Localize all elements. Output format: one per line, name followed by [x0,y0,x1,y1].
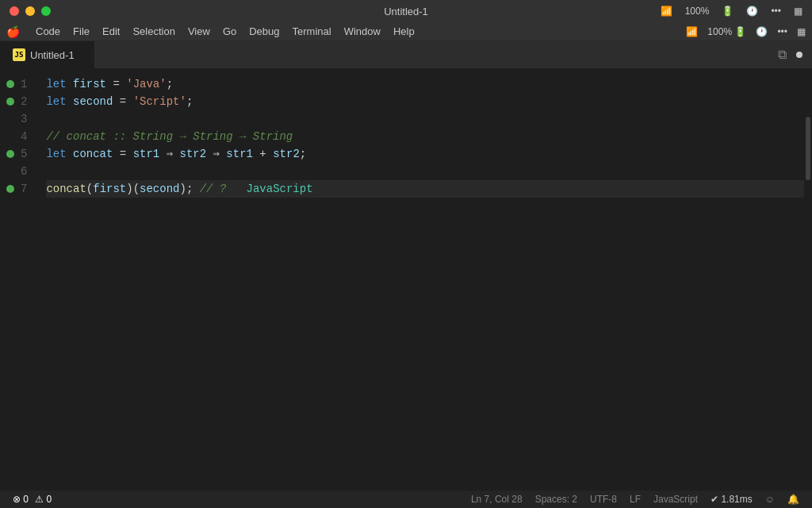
wifi-icon: 📶 [661,6,672,17]
string-java: 'Java' [126,75,166,93]
traffic-lights [10,6,51,16]
line-num-6: 6 [0,163,40,180]
var-first: first [73,75,106,93]
line-num-7: 7 [0,180,40,198]
smiley-icon[interactable]: ☺ [765,494,775,505]
param-str1: str1 [133,145,160,163]
unsaved-dot [796,52,802,58]
tab-bar: JS Untitled-1 ⧉ [0,41,812,69]
tab-label: Untitled-1 [30,49,75,61]
menu-help[interactable]: Help [387,25,421,37]
menu-file[interactable]: File [67,25,96,37]
warning-count[interactable]: ⚠ 0 [35,494,52,505]
code-line-6 [46,163,804,180]
title-bar-right: 📶 100% 🔋 🕐 ••• ▦ [661,6,802,17]
status-left: ⊗ 0 ⚠ 0 [13,494,52,505]
time-menu-icon: 🕐 [756,26,768,37]
line-num-3: 3 [0,110,40,128]
spaces-setting[interactable]: Spaces: 2 [535,494,577,505]
tab-actions: ⧉ [778,41,812,68]
grid-menu-icon: ▦ [797,26,806,37]
menu-code[interactable]: Code [29,25,67,37]
language-mode[interactable]: JavaScript [653,494,698,505]
title-bar: Untitled-1 📶 100% 🔋 🕐 ••• ▦ [0,0,812,22]
comment-type: // concat :: String → String → String [46,128,293,145]
keyword-let-2: let [46,93,73,110]
var-concat: concat [73,145,113,163]
breakpoint-1 [6,80,14,88]
body-str2: str2 [273,145,300,163]
tab-untitled1[interactable]: JS Untitled-1 [0,41,95,68]
string-script: 'Script' [133,93,186,110]
dots-menu: ••• [777,26,787,37]
code-line-5: let concat = str1 ⇒ str2 ⇒ str1 + str2; [46,145,804,163]
breakpoint-5 [6,150,14,158]
menu-go[interactable]: Go [216,25,243,37]
menu-window[interactable]: Window [338,25,387,37]
encoding[interactable]: UTF-8 [590,494,617,505]
menu-edit[interactable]: Edit [96,25,126,37]
scrollbar-thumb[interactable] [806,117,810,180]
keyword-let-3: let [46,145,73,163]
menu-selection[interactable]: Selection [126,25,181,37]
result-javascript: JavaScript [233,180,313,198]
code-line-3 [46,110,804,128]
body-str1: str1 [226,145,253,163]
battery-status: 100% [685,6,710,17]
battery-icon: 🔋 [722,6,733,17]
line-num-4: 4 [0,128,40,145]
line-num-5: 5 [0,145,40,163]
keyword-let-1: let [46,75,73,93]
more-icon: ••• [771,6,781,17]
maximize-button[interactable] [41,6,51,16]
grid-icon: ▦ [794,6,802,17]
code-line-4: // concat :: String → String → String [46,128,804,145]
menu-bar-right: 📶 100% 🔋 🕐 ••• ▦ [686,26,806,37]
wifi-menu-icon: 📶 [686,26,698,37]
fn-concat: concat [46,180,86,198]
menu-view[interactable]: View [182,25,216,37]
menu-debug[interactable]: Debug [243,25,285,37]
code-line-7: concat(first)(second); // ? JavaScript [46,180,804,198]
line-num-2: 2 [0,93,40,110]
code-line-2: let second = 'Script'; [46,93,804,110]
split-editor-button[interactable]: ⧉ [778,48,787,62]
menu-terminal[interactable]: Terminal [286,25,338,37]
notification-icon[interactable]: 🔔 [787,494,799,505]
clock-icon: 🕐 [746,6,758,17]
param-str2: str2 [180,145,207,163]
cursor-position[interactable]: Ln 7, Col 28 [471,494,523,505]
code-line-1: let first = 'Java'; [46,75,804,93]
minimize-button[interactable] [25,6,35,16]
line-num-1: 1 [0,75,40,93]
arg-first: first [93,180,126,198]
scrollbar-track[interactable] [804,69,812,491]
editor-container: 1 2 3 4 5 6 7 [0,69,812,491]
status-bar: ⊗ 0 ⚠ 0 Ln 7, Col 28 Spaces: 2 UTF-8 LF … [0,491,812,508]
lint-status[interactable]: ✔ 1.81ms [710,494,753,505]
breakpoint-2 [6,98,14,106]
battery-menu: 100% 🔋 [707,26,746,37]
error-count[interactable]: ⊗ 0 [13,494,29,505]
js-file-icon: JS [13,48,25,61]
editor-main: 1 2 3 4 5 6 7 [0,69,812,491]
menu-bar: 🍎 Code File Edit Selection View Go Debug… [0,22,812,41]
var-second: second [73,93,113,110]
eol-type[interactable]: LF [630,494,641,505]
line-numbers: 1 2 3 4 5 6 7 [0,69,40,491]
window-title: Untitled-1 [384,6,428,17]
comment-q: // ? [193,180,232,198]
arg-second: second [140,180,179,198]
status-right: Ln 7, Col 28 Spaces: 2 UTF-8 LF JavaScri… [471,494,799,505]
code-editor[interactable]: let first = 'Java'; let second = 'Script… [40,69,804,491]
breakpoint-7 [6,185,14,193]
apple-menu[interactable]: 🍎 [6,25,20,38]
close-button[interactable] [10,6,19,16]
